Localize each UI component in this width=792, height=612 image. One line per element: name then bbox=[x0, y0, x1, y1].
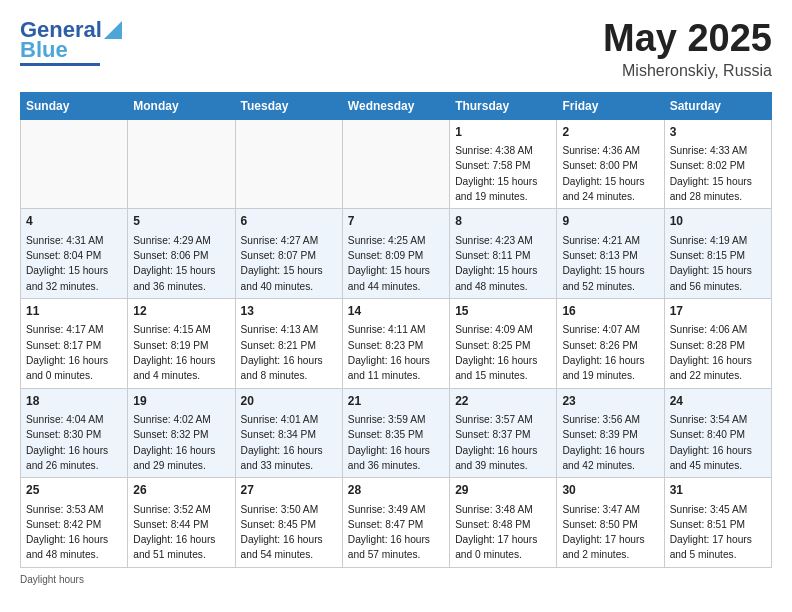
day-number: 30 bbox=[562, 482, 658, 499]
table-row: 31Sunrise: 3:45 AM Sunset: 8:51 PM Dayli… bbox=[664, 478, 771, 568]
day-info: Sunrise: 4:33 AM Sunset: 8:02 PM Dayligh… bbox=[670, 143, 766, 204]
day-info: Sunrise: 4:38 AM Sunset: 7:58 PM Dayligh… bbox=[455, 143, 551, 204]
day-info: Sunrise: 3:50 AM Sunset: 8:45 PM Dayligh… bbox=[241, 502, 337, 563]
calendar-week-row: 11Sunrise: 4:17 AM Sunset: 8:17 PM Dayli… bbox=[21, 298, 772, 388]
col-monday: Monday bbox=[128, 92, 235, 119]
table-row: 30Sunrise: 3:47 AM Sunset: 8:50 PM Dayli… bbox=[557, 478, 664, 568]
day-info: Sunrise: 4:01 AM Sunset: 8:34 PM Dayligh… bbox=[241, 412, 337, 473]
table-row: 28Sunrise: 3:49 AM Sunset: 8:47 PM Dayli… bbox=[342, 478, 449, 568]
calendar-table: Sunday Monday Tuesday Wednesday Thursday… bbox=[20, 92, 772, 568]
day-info: Sunrise: 4:09 AM Sunset: 8:25 PM Dayligh… bbox=[455, 322, 551, 383]
day-number: 19 bbox=[133, 393, 229, 410]
table-row: 27Sunrise: 3:50 AM Sunset: 8:45 PM Dayli… bbox=[235, 478, 342, 568]
day-number: 14 bbox=[348, 303, 444, 320]
table-row: 29Sunrise: 3:48 AM Sunset: 8:48 PM Dayli… bbox=[450, 478, 557, 568]
day-info: Sunrise: 4:11 AM Sunset: 8:23 PM Dayligh… bbox=[348, 322, 444, 383]
page: General Blue May 2025 Misheronskiy, Russ… bbox=[0, 0, 792, 612]
table-row: 19Sunrise: 4:02 AM Sunset: 8:32 PM Dayli… bbox=[128, 388, 235, 478]
col-wednesday: Wednesday bbox=[342, 92, 449, 119]
day-number: 18 bbox=[26, 393, 122, 410]
day-number: 4 bbox=[26, 213, 122, 230]
day-info: Sunrise: 4:23 AM Sunset: 8:11 PM Dayligh… bbox=[455, 233, 551, 294]
table-row: 8Sunrise: 4:23 AM Sunset: 8:11 PM Daylig… bbox=[450, 209, 557, 299]
day-info: Sunrise: 4:27 AM Sunset: 8:07 PM Dayligh… bbox=[241, 233, 337, 294]
day-info: Sunrise: 4:15 AM Sunset: 8:19 PM Dayligh… bbox=[133, 322, 229, 383]
day-info: Sunrise: 4:04 AM Sunset: 8:30 PM Dayligh… bbox=[26, 412, 122, 473]
table-row: 26Sunrise: 3:52 AM Sunset: 8:44 PM Dayli… bbox=[128, 478, 235, 568]
col-thursday: Thursday bbox=[450, 92, 557, 119]
day-info: Sunrise: 4:17 AM Sunset: 8:17 PM Dayligh… bbox=[26, 322, 122, 383]
table-row: 15Sunrise: 4:09 AM Sunset: 8:25 PM Dayli… bbox=[450, 298, 557, 388]
footer-note: Daylight hours bbox=[20, 574, 772, 585]
day-number: 28 bbox=[348, 482, 444, 499]
table-row: 6Sunrise: 4:27 AM Sunset: 8:07 PM Daylig… bbox=[235, 209, 342, 299]
logo-arrow-icon bbox=[104, 21, 122, 39]
logo: General Blue bbox=[20, 18, 122, 66]
day-info: Sunrise: 4:06 AM Sunset: 8:28 PM Dayligh… bbox=[670, 322, 766, 383]
day-info: Sunrise: 3:49 AM Sunset: 8:47 PM Dayligh… bbox=[348, 502, 444, 563]
day-info: Sunrise: 3:56 AM Sunset: 8:39 PM Dayligh… bbox=[562, 412, 658, 473]
day-info: Sunrise: 4:02 AM Sunset: 8:32 PM Dayligh… bbox=[133, 412, 229, 473]
day-number: 12 bbox=[133, 303, 229, 320]
day-number: 7 bbox=[348, 213, 444, 230]
table-row: 2Sunrise: 4:36 AM Sunset: 8:00 PM Daylig… bbox=[557, 119, 664, 209]
day-number: 29 bbox=[455, 482, 551, 499]
table-row: 25Sunrise: 3:53 AM Sunset: 8:42 PM Dayli… bbox=[21, 478, 128, 568]
table-row: 5Sunrise: 4:29 AM Sunset: 8:06 PM Daylig… bbox=[128, 209, 235, 299]
day-number: 6 bbox=[241, 213, 337, 230]
col-friday: Friday bbox=[557, 92, 664, 119]
calendar-week-row: 18Sunrise: 4:04 AM Sunset: 8:30 PM Dayli… bbox=[21, 388, 772, 478]
day-info: Sunrise: 3:57 AM Sunset: 8:37 PM Dayligh… bbox=[455, 412, 551, 473]
table-row: 22Sunrise: 3:57 AM Sunset: 8:37 PM Dayli… bbox=[450, 388, 557, 478]
day-info: Sunrise: 4:13 AM Sunset: 8:21 PM Dayligh… bbox=[241, 322, 337, 383]
day-info: Sunrise: 4:07 AM Sunset: 8:26 PM Dayligh… bbox=[562, 322, 658, 383]
day-number: 5 bbox=[133, 213, 229, 230]
day-number: 9 bbox=[562, 213, 658, 230]
day-number: 3 bbox=[670, 124, 766, 141]
title-block: May 2025 Misheronskiy, Russia bbox=[603, 18, 772, 80]
table-row: 20Sunrise: 4:01 AM Sunset: 8:34 PM Dayli… bbox=[235, 388, 342, 478]
table-row bbox=[342, 119, 449, 209]
day-number: 1 bbox=[455, 124, 551, 141]
day-number: 13 bbox=[241, 303, 337, 320]
day-number: 24 bbox=[670, 393, 766, 410]
table-row: 23Sunrise: 3:56 AM Sunset: 8:39 PM Dayli… bbox=[557, 388, 664, 478]
calendar-week-row: 25Sunrise: 3:53 AM Sunset: 8:42 PM Dayli… bbox=[21, 478, 772, 568]
day-number: 27 bbox=[241, 482, 337, 499]
logo-underline bbox=[20, 63, 100, 66]
table-row: 13Sunrise: 4:13 AM Sunset: 8:21 PM Dayli… bbox=[235, 298, 342, 388]
col-saturday: Saturday bbox=[664, 92, 771, 119]
header: General Blue May 2025 Misheronskiy, Russ… bbox=[20, 18, 772, 80]
calendar-week-row: 4Sunrise: 4:31 AM Sunset: 8:04 PM Daylig… bbox=[21, 209, 772, 299]
day-number: 22 bbox=[455, 393, 551, 410]
day-info: Sunrise: 4:19 AM Sunset: 8:15 PM Dayligh… bbox=[670, 233, 766, 294]
table-row: 24Sunrise: 3:54 AM Sunset: 8:40 PM Dayli… bbox=[664, 388, 771, 478]
day-info: Sunrise: 4:21 AM Sunset: 8:13 PM Dayligh… bbox=[562, 233, 658, 294]
day-info: Sunrise: 4:36 AM Sunset: 8:00 PM Dayligh… bbox=[562, 143, 658, 204]
subtitle: Misheronskiy, Russia bbox=[603, 62, 772, 80]
day-number: 17 bbox=[670, 303, 766, 320]
day-number: 23 bbox=[562, 393, 658, 410]
table-row: 11Sunrise: 4:17 AM Sunset: 8:17 PM Dayli… bbox=[21, 298, 128, 388]
col-sunday: Sunday bbox=[21, 92, 128, 119]
day-number: 20 bbox=[241, 393, 337, 410]
table-row: 16Sunrise: 4:07 AM Sunset: 8:26 PM Dayli… bbox=[557, 298, 664, 388]
table-row: 12Sunrise: 4:15 AM Sunset: 8:19 PM Dayli… bbox=[128, 298, 235, 388]
table-row: 14Sunrise: 4:11 AM Sunset: 8:23 PM Dayli… bbox=[342, 298, 449, 388]
day-number: 31 bbox=[670, 482, 766, 499]
logo-blue-text: Blue bbox=[20, 38, 68, 62]
calendar-week-row: 1Sunrise: 4:38 AM Sunset: 7:58 PM Daylig… bbox=[21, 119, 772, 209]
table-row bbox=[128, 119, 235, 209]
day-info: Sunrise: 4:31 AM Sunset: 8:04 PM Dayligh… bbox=[26, 233, 122, 294]
day-info: Sunrise: 3:48 AM Sunset: 8:48 PM Dayligh… bbox=[455, 502, 551, 563]
day-info: Sunrise: 3:54 AM Sunset: 8:40 PM Dayligh… bbox=[670, 412, 766, 473]
day-number: 21 bbox=[348, 393, 444, 410]
day-info: Sunrise: 3:53 AM Sunset: 8:42 PM Dayligh… bbox=[26, 502, 122, 563]
day-number: 11 bbox=[26, 303, 122, 320]
table-row: 1Sunrise: 4:38 AM Sunset: 7:58 PM Daylig… bbox=[450, 119, 557, 209]
day-info: Sunrise: 4:29 AM Sunset: 8:06 PM Dayligh… bbox=[133, 233, 229, 294]
svg-marker-0 bbox=[104, 21, 122, 39]
day-info: Sunrise: 4:25 AM Sunset: 8:09 PM Dayligh… bbox=[348, 233, 444, 294]
day-info: Sunrise: 3:59 AM Sunset: 8:35 PM Dayligh… bbox=[348, 412, 444, 473]
table-row: 3Sunrise: 4:33 AM Sunset: 8:02 PM Daylig… bbox=[664, 119, 771, 209]
